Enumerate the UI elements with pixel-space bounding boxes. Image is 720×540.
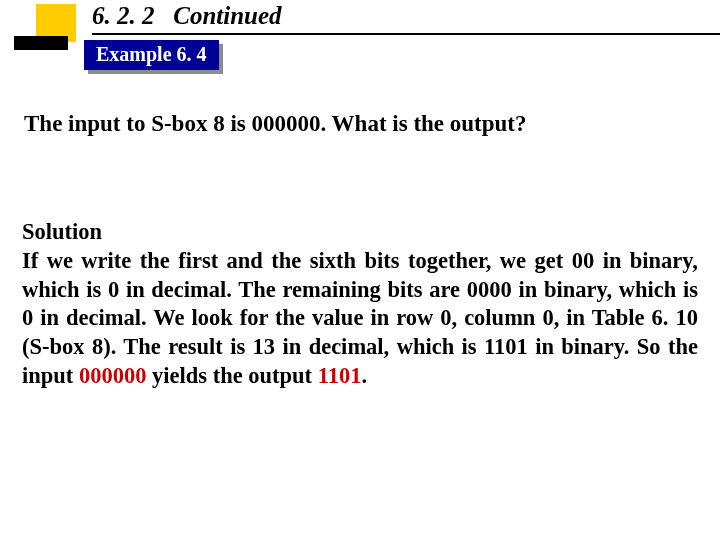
solution-block: Solution If we write the first and the s…: [22, 218, 698, 391]
section-heading: 6. 2. 2 Continued: [92, 2, 710, 33]
solution-body-after: .: [361, 363, 367, 388]
highlight-output-bits: 1101: [318, 363, 362, 388]
solution-label: Solution: [22, 218, 698, 247]
decor-bar-black: [14, 36, 68, 50]
section-title: Continued: [173, 2, 281, 29]
slide-root: 6. 2. 2 Continued Example 6. 4 The input…: [0, 0, 720, 540]
example-badge: Example 6. 4: [84, 40, 219, 70]
section-heading-wrap: 6. 2. 2 Continued: [92, 2, 710, 33]
question-text: The input to S-box 8 is 000000. What is …: [24, 110, 696, 139]
section-underline: [92, 33, 720, 35]
highlight-input-bits: 000000: [79, 363, 147, 388]
solution-body-between: yields the output: [146, 363, 317, 388]
section-number: 6. 2. 2: [92, 2, 155, 29]
